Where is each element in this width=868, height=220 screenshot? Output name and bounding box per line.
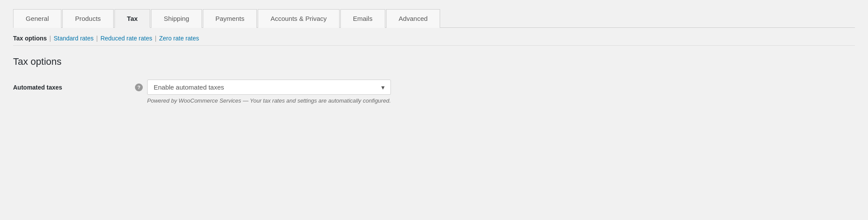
automated-taxes-select[interactable]: Enable automated taxes Disable automated… <box>147 80 391 95</box>
automated-taxes-row: Automated taxes ? Enable automated taxes… <box>13 80 855 104</box>
automated-taxes-field-wrapper: ? Enable automated taxes Disable automat… <box>135 80 391 104</box>
subnav-sep-3: | <box>155 35 157 42</box>
automated-taxes-help-icon[interactable]: ? <box>135 83 143 91</box>
automated-taxes-description: Powered by WooCommerce Services — Your t… <box>147 97 391 104</box>
automated-taxes-select-wrapper: Enable automated taxes Disable automated… <box>147 80 391 95</box>
tab-accounts-privacy[interactable]: Accounts & Privacy <box>258 9 339 28</box>
tab-shipping[interactable]: Shipping <box>151 9 202 28</box>
subnav-link-zero-rate-rates[interactable]: Zero rate rates <box>159 35 199 42</box>
subnav-sep-2: | <box>96 35 98 42</box>
tab-advanced[interactable]: Advanced <box>386 9 441 28</box>
section-heading: Tax options <box>13 56 855 67</box>
tab-payments[interactable]: Payments <box>203 9 257 28</box>
subnav-sep-1: | <box>50 35 51 42</box>
automated-taxes-label: Automated taxes <box>13 80 135 91</box>
subnav-link-standard-rates[interactable]: Standard rates <box>54 35 94 42</box>
sub-nav: Tax options | Standard rates | Reduced r… <box>13 28 855 46</box>
tabs-container: General Products Tax Shipping Payments A… <box>13 9 855 28</box>
tab-products[interactable]: Products <box>62 9 113 28</box>
tab-general[interactable]: General <box>13 9 61 28</box>
subnav-current: Tax options <box>13 35 47 42</box>
automated-taxes-field-row: ? Enable automated taxes Disable automat… <box>135 80 391 95</box>
subnav-link-reduced-rate-rates[interactable]: Reduced rate rates <box>101 35 152 42</box>
tab-emails[interactable]: Emails <box>340 9 385 28</box>
page-wrapper: General Products Tax Shipping Payments A… <box>0 0 868 220</box>
tab-tax[interactable]: Tax <box>114 9 151 28</box>
